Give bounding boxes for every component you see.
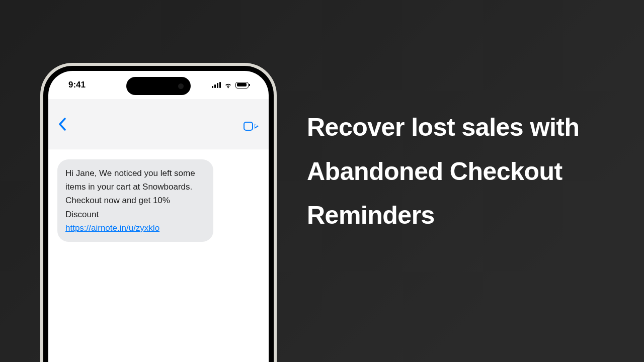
battery-icon xyxy=(235,82,249,88)
message-list: Hi Jane, We noticed you left some items … xyxy=(48,149,269,362)
messages-nav xyxy=(48,99,269,149)
dynamic-island xyxy=(126,77,191,95)
status-time: 9:41 xyxy=(68,80,86,90)
message-bubble: Hi Jane, We noticed you left some items … xyxy=(57,159,213,242)
promo-stage: Recover lost sales with Abandoned Checko… xyxy=(0,0,644,362)
facetime-button[interactable] xyxy=(244,121,259,131)
cellular-icon xyxy=(212,82,221,88)
phone-mockup: 9:41 xyxy=(40,63,277,362)
video-icon xyxy=(244,122,253,131)
message-link[interactable]: https://airnote.in/u/zyxklo xyxy=(65,223,159,233)
phone-screen: 9:41 xyxy=(48,71,269,362)
chevron-left-icon xyxy=(58,117,66,131)
headline: Recover lost sales with Abandoned Checko… xyxy=(307,106,609,238)
wifi-icon xyxy=(224,81,232,89)
back-button[interactable] xyxy=(58,117,66,135)
message-text: Hi Jane, We noticed you left some items … xyxy=(65,168,195,219)
